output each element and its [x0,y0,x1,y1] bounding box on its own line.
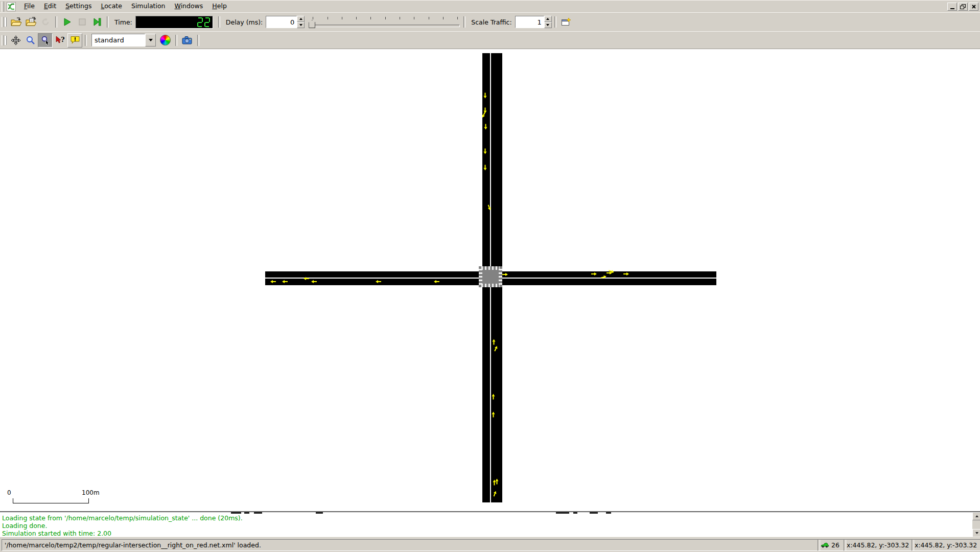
delay-spin-up-button[interactable] [297,16,305,22]
log-lines: Loading state from '/home/marcelo/temp/s… [2,514,243,537]
help-cursor-icon: ? [55,35,65,45]
lane-divider [490,53,491,266]
vehicle[interactable] [484,165,487,171]
menu-windows[interactable]: Windows [170,1,208,12]
open-simulation-button[interactable] [23,15,38,29]
whats-this-button[interactable]: ? [53,33,67,48]
restore-button[interactable] [958,3,968,11]
minimize-icon [950,8,954,9]
crosswalk-left [479,269,482,285]
new-view-button[interactable] [559,15,574,29]
vehicle[interactable] [484,124,487,130]
menu-simulation[interactable]: Simulation [127,1,170,12]
vehicle[interactable] [623,272,629,275]
color-scheme-value[interactable]: standard [91,34,145,47]
menubar-grip[interactable] [2,2,4,12]
vehicle[interactable] [270,280,276,283]
menu-settings[interactable]: Settings [61,1,96,12]
delay-slider-ticks [313,17,458,19]
scale-traffic-input[interactable]: 1 [515,16,544,28]
vehicle[interactable] [493,339,496,345]
road-west[interactable] [265,271,479,285]
open-folder-document-icon [25,17,36,27]
time-label: Time: [114,18,132,26]
lane-divider [490,287,491,502]
recenter-view-button[interactable] [8,33,23,48]
restore-icon [960,4,966,9]
vehicle-count-indicator[interactable]: 26 [818,539,846,551]
show-messages-button[interactable] [67,33,82,48]
road-north[interactable] [482,53,502,266]
screenshot-button[interactable] [180,33,195,48]
clipped-log-text [590,512,598,514]
vehicle[interactable] [484,93,487,99]
window-controls [947,3,980,11]
status-message: '/home/marcelo/temp2/temp/regular-inters… [2,539,820,551]
log-scrollbar[interactable] [972,512,980,537]
edit-coloring-button[interactable] [158,33,173,48]
magnifier-icon [26,35,36,45]
menu-file[interactable]: File [19,1,39,12]
clipped-log-text [556,512,569,514]
separator [175,35,177,46]
separator [55,16,57,28]
separator [554,16,556,28]
delay-slider-groove[interactable] [309,25,460,27]
vehicle[interactable] [502,273,508,276]
separator [85,35,87,46]
delay-label: Delay (ms): [226,18,263,26]
delay-slider-thumb[interactable] [309,20,315,28]
crosswalk-right [499,269,502,285]
delay-input[interactable]: 0 [266,16,297,28]
separator [218,16,220,28]
status-bar: '/home/marcelo/temp2/temp/regular-inters… [0,537,980,552]
junction[interactable] [479,266,502,287]
zoom-button[interactable] [23,33,38,48]
vehicle-count: 26 [831,541,839,549]
scale-traffic-label: Scale Traffic: [471,18,511,26]
scale-bar-end: 100m [82,489,100,496]
simulation-canvas[interactable]: 0 100m [0,49,980,512]
vehicle[interactable] [591,272,597,275]
vehicle[interactable] [376,280,381,283]
up-arrow-icon [546,18,549,20]
delay-slider[interactable] [308,15,461,29]
message-log[interactable]: Loading state from '/home/marcelo/temp/s… [0,511,980,537]
scroll-down-button[interactable] [972,529,980,537]
menu-edit[interactable]: Edit [39,1,61,12]
menu-help[interactable]: Help [207,1,231,12]
vehicle[interactable] [304,277,309,280]
close-button[interactable] [969,3,978,11]
color-wheel-icon [160,35,171,45]
vehicle[interactable] [282,280,288,283]
vehicle[interactable] [311,280,317,283]
scroll-up-button[interactable] [972,512,980,520]
locate-junction-button[interactable] [38,33,53,48]
vehicle[interactable] [434,280,439,283]
cursor-position-field: x:445.82, y:-303.32 [844,539,914,551]
vehicle[interactable] [496,479,499,485]
color-scheme-combo: standard [91,34,156,47]
view-toolbar: ? standard [0,31,980,49]
delay-spin-down-button[interactable] [297,22,305,28]
simulation-toolbar: Time: Delay (ms): 0 Scale Traffic: 1 [0,12,980,32]
toolbar2-grip[interactable] [2,35,4,45]
separator [463,16,465,28]
scale-spin-down-button[interactable] [544,22,552,28]
new-window-icon [561,17,571,27]
vehicle[interactable] [492,394,495,400]
scale-spin-up-button[interactable] [544,16,552,22]
minimize-button[interactable] [947,3,957,11]
color-scheme-dropdown-button[interactable] [145,34,156,47]
svg-text:?: ? [61,36,65,43]
vehicle[interactable] [484,149,487,154]
step-button[interactable] [89,15,104,29]
vehicle[interactable] [492,412,495,418]
menu-locate[interactable]: Locate [96,1,127,12]
down-arrow-icon [299,24,302,26]
clipped-log-text [606,512,611,514]
car-icon [821,542,829,548]
run-button[interactable] [60,15,75,29]
open-network-button[interactable] [8,15,23,29]
toolbar1-grip[interactable] [2,17,4,27]
